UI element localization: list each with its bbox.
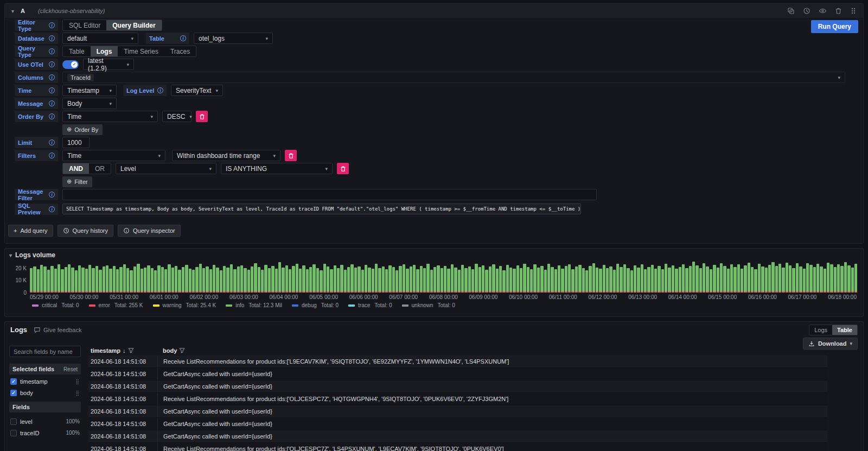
drag-handle-icon[interactable]: [850, 7, 857, 15]
body-column-header[interactable]: body: [157, 347, 827, 354]
info-icon[interactable]: i: [49, 74, 55, 80]
selected-field-timestamp[interactable]: ✓ timestamp ⣿: [9, 377, 81, 386]
query-history-button[interactable]: Query history: [58, 225, 113, 237]
message-column-select[interactable]: Body▾: [62, 98, 117, 109]
filter2-operator-select[interactable]: IS ANYTHING▾: [221, 163, 333, 174]
add-filter-button[interactable]: ⊕Filter: [62, 176, 92, 187]
legend-item-error[interactable]: errorTotal: 255 K: [89, 302, 143, 308]
tab-table[interactable]: Table: [63, 46, 91, 56]
otel-version-select[interactable]: latest (1.2.9)▾: [83, 59, 134, 70]
and-option[interactable]: AND: [63, 163, 89, 174]
info-icon[interactable]: i: [157, 87, 163, 93]
legend-item-debug[interactable]: debugTotal: 0: [292, 302, 339, 308]
sort-desc-icon[interactable]: ↓: [123, 347, 126, 354]
limit-input[interactable]: [62, 137, 90, 148]
filter2-field-select[interactable]: Level▾: [116, 163, 216, 174]
download-button[interactable]: Download ▾: [803, 338, 858, 350]
table-row[interactable]: 2024-06-18 14:51:08Receive ListRecommend…: [88, 393, 827, 405]
give-feedback-link[interactable]: Give feedback: [34, 327, 81, 333]
chevron-down-icon: ▾: [265, 36, 268, 41]
reset-fields-button[interactable]: Reset: [63, 366, 78, 372]
run-query-button[interactable]: Run Query: [811, 20, 858, 33]
remove-order-by-button[interactable]: [196, 111, 208, 122]
collapse-chevron-icon[interactable]: ▾: [9, 252, 12, 258]
limit-label: Limiti: [15, 137, 58, 148]
legend-item-unknown[interactable]: unknownTotal: 0: [402, 302, 455, 308]
query-row-header[interactable]: ▾ A (clickhouse-observability): [5, 4, 863, 18]
volume-bar: [340, 265, 343, 293]
info-icon[interactable]: i: [49, 48, 55, 54]
hide-query-eye-icon[interactable]: [819, 7, 827, 15]
legend-item-warning[interactable]: warningTotal: 25.4 K: [153, 302, 216, 308]
add-order-by-button[interactable]: ⊕Order By: [62, 124, 103, 135]
tab-sql-editor[interactable]: SQL Editor: [63, 20, 106, 30]
info-icon[interactable]: i: [49, 87, 55, 93]
drag-handle-icon[interactable]: ⣿: [75, 390, 80, 396]
use-otel-toggle[interactable]: ✓: [62, 60, 79, 69]
filter-operator-select[interactable]: Within dashboard time range▾: [172, 150, 280, 161]
filter-funnel-icon[interactable]: [179, 348, 185, 353]
collapse-chevron-icon[interactable]: ▾: [11, 8, 14, 14]
column-chip-traceid[interactable]: TraceId: [67, 74, 94, 81]
view-option-logs[interactable]: Logs: [809, 325, 832, 335]
field-traceid[interactable]: traceID 100%: [9, 428, 81, 437]
table-row[interactable]: 2024-06-18 14:51:08GetCartAsync called w…: [88, 368, 827, 380]
table-row[interactable]: 2024-06-18 14:51:08GetCartAsync called w…: [88, 380, 827, 393]
selected-field-body[interactable]: ✓ body ⣿: [9, 388, 81, 397]
drag-handle-icon[interactable]: ⣿: [75, 379, 80, 384]
legend-item-critical[interactable]: criticalTotal: 0: [32, 302, 79, 308]
log-level-select[interactable]: SeverityText▾: [171, 85, 223, 96]
tab-traces[interactable]: Traces: [164, 46, 196, 56]
table-select[interactable]: otel_logs▾: [194, 33, 273, 44]
query-history-icon[interactable]: [803, 7, 810, 15]
table-row[interactable]: 2024-06-18 14:51:08GetCartAsync called w…: [88, 405, 827, 418]
or-option[interactable]: OR: [89, 163, 111, 174]
info-icon[interactable]: i: [180, 35, 186, 41]
add-query-button[interactable]: +Add query: [8, 225, 53, 237]
table-row[interactable]: 2024-06-18 14:51:08GetCartAsync called w…: [88, 430, 827, 443]
search-fields-input[interactable]: [9, 346, 81, 357]
message-filter-input[interactable]: [62, 189, 597, 200]
legend-item-trace[interactable]: traceTotal: 0: [348, 302, 392, 308]
remove-filter-button[interactable]: [285, 150, 297, 161]
view-option-table[interactable]: Table: [832, 325, 857, 335]
legend-item-info[interactable]: infoTotal: 12.3 Mil: [226, 302, 282, 308]
duplicate-query-icon[interactable]: [787, 7, 795, 15]
filter-funnel-icon[interactable]: [128, 348, 134, 353]
info-icon[interactable]: i: [49, 192, 55, 198]
database-select[interactable]: default▾: [62, 33, 138, 44]
tab-time-series[interactable]: Time Series: [118, 46, 164, 56]
checkbox-checked-icon[interactable]: ✓: [10, 378, 17, 385]
info-icon[interactable]: i: [49, 206, 55, 212]
info-icon[interactable]: i: [49, 139, 55, 145]
order-by-field-select[interactable]: Time▾: [62, 111, 158, 122]
info-icon[interactable]: i: [49, 35, 55, 41]
filter-field-select[interactable]: Time▾: [62, 150, 165, 161]
delete-query-trash-icon[interactable]: [835, 7, 842, 15]
table-row[interactable]: 2024-06-18 14:51:08Receive ListRecommend…: [88, 443, 827, 451]
checkbox-unchecked-icon[interactable]: [10, 418, 17, 425]
table-row[interactable]: 2024-06-18 14:51:08GetCartAsync called w…: [88, 418, 827, 430]
logs-volume-bars[interactable]: [30, 261, 857, 293]
field-percent: 100%: [66, 430, 80, 436]
field-level[interactable]: level 100%: [9, 417, 81, 426]
info-icon[interactable]: i: [49, 153, 55, 158]
table-row[interactable]: 2024-06-18 14:51:08Receive ListRecommend…: [88, 355, 827, 368]
checkbox-unchecked-icon[interactable]: [10, 430, 17, 436]
query-inspector-button[interactable]: Query inspector: [118, 225, 181, 237]
x-axis-label: 06/08 00:00: [429, 294, 458, 300]
tab-logs[interactable]: Logs: [91, 46, 118, 56]
info-icon[interactable]: i: [49, 61, 55, 67]
sql-preview-text[interactable]: SELECT Timestamp as timestamp, Body as b…: [62, 204, 581, 214]
timestamp-column-header[interactable]: timestamp ↓: [88, 347, 157, 354]
info-icon[interactable]: i: [49, 22, 55, 28]
remove-filter2-button[interactable]: [337, 163, 349, 174]
info-icon[interactable]: i: [49, 113, 55, 119]
checkbox-checked-icon[interactable]: ✓: [10, 390, 17, 396]
columns-multiselect[interactable]: TraceId▾: [62, 72, 845, 83]
time-column-select[interactable]: Timestamp▾: [62, 85, 117, 96]
info-icon[interactable]: i: [49, 100, 55, 106]
volume-bar: [261, 270, 264, 293]
tab-query-builder[interactable]: Query Builder: [106, 20, 161, 30]
order-by-direction-select[interactable]: DESC▾: [162, 111, 192, 122]
